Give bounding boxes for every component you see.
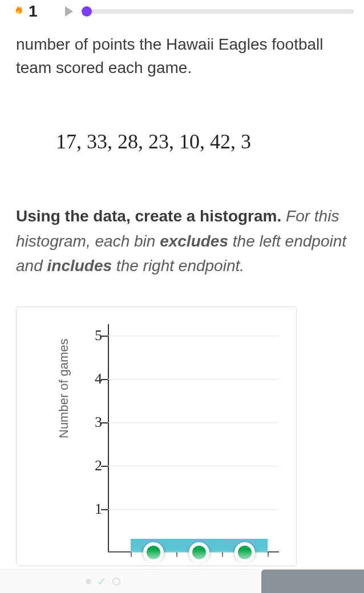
- y-tick-label: 5: [79, 327, 102, 344]
- gridline: [108, 509, 279, 510]
- streak-indicator: 1: [10, 2, 38, 21]
- top-bar: 1: [0, 0, 364, 23]
- data-values: 17, 33, 28, 23, 10, 42, 3: [56, 130, 348, 154]
- y-tick-label: 2: [79, 457, 102, 474]
- fade-overlay: [17, 550, 296, 566]
- toolbar-icons: ✓: [86, 575, 120, 588]
- play-icon[interactable]: [65, 6, 73, 17]
- y-axis-label: Number of games: [56, 339, 71, 439]
- question-intro: number of points the Hawaii Eagles footb…: [16, 33, 348, 79]
- circle-icon: [112, 578, 120, 586]
- instruction-text: Using the data, create a histogram. For …: [16, 204, 348, 278]
- question-content: number of points the Hawaii Eagles footb…: [0, 33, 364, 566]
- submit-button[interactable]: [261, 570, 364, 594]
- dot-icon: [86, 579, 91, 584]
- plot-area[interactable]: 5 4 3 2 1: [108, 324, 279, 552]
- gridline: [108, 379, 279, 380]
- instruction-lead: Using the data, create a histogram.: [16, 207, 281, 225]
- bottom-toolbar: ✓: [0, 569, 364, 593]
- gridline: [108, 466, 279, 466]
- flame-icon: [10, 4, 25, 19]
- histogram-chart[interactable]: Number of games 5 4 3 2 1: [16, 306, 297, 566]
- check-icon: ✓: [97, 575, 107, 588]
- streak-count: 1: [29, 2, 38, 21]
- y-tick-label: 3: [79, 414, 102, 431]
- y-axis: [108, 324, 109, 552]
- y-tick-label: 4: [79, 370, 102, 388]
- y-tick-label: 1: [79, 501, 102, 518]
- gridline: [108, 336, 279, 336]
- gridline: [108, 422, 279, 423]
- progress-bar[interactable]: [87, 9, 354, 14]
- progress-handle[interactable]: [82, 6, 92, 17]
